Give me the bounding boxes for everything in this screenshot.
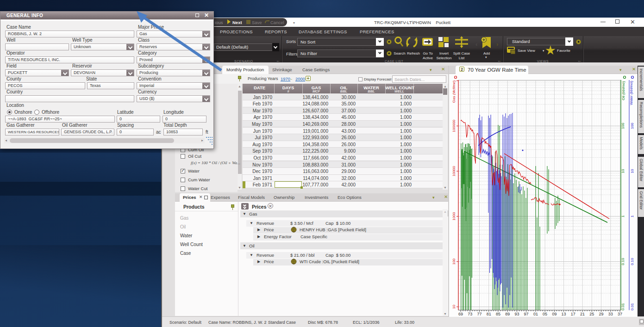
svg-text:33: 33	[608, 312, 613, 316]
svg-text:21: 21	[580, 312, 585, 316]
svg-text:69: 69	[458, 312, 463, 316]
svg-text:100000: 100000	[452, 119, 456, 132]
svg-text:01: 01	[533, 312, 538, 316]
svg-text:100: 100	[621, 123, 625, 129]
svg-text:Oil (bbl/mo): Oil (bbl/mo)	[621, 81, 625, 100]
svg-text:81: 81	[487, 312, 491, 316]
svg-text:77: 77	[477, 312, 481, 316]
svg-text:05: 05	[543, 312, 547, 316]
svg-text:100: 100	[630, 123, 634, 129]
svg-text:13: 13	[562, 312, 566, 316]
svg-text:17: 17	[571, 312, 575, 316]
svg-text:10: 10	[621, 169, 625, 173]
svg-text:73: 73	[468, 312, 472, 316]
svg-text:1: 1	[621, 215, 625, 217]
svg-text:37: 37	[618, 312, 622, 316]
svg-text:10: 10	[630, 169, 634, 173]
svg-text:25: 25	[589, 312, 594, 316]
svg-text:100: 100	[452, 258, 456, 265]
svg-text:93: 93	[514, 312, 519, 316]
svg-text:89: 89	[505, 312, 510, 316]
svg-text:29: 29	[599, 312, 603, 316]
svg-text:0.01: 0.01	[621, 303, 625, 310]
svg-text:1: 1	[630, 215, 634, 217]
svg-text:97: 97	[524, 312, 529, 316]
svg-text:10: 10	[452, 304, 456, 308]
svg-text:1000: 1000	[452, 212, 456, 220]
svg-text:Water (bbl/mo): Water (bbl/mo)	[629, 80, 633, 105]
svg-text:10000: 10000	[452, 166, 456, 176]
svg-text:Gas (Mcf/mo): Gas (Mcf/mo)	[452, 80, 456, 103]
svg-text:85: 85	[496, 312, 500, 316]
svg-text:0.10: 0.10	[630, 258, 634, 265]
svg-text:09: 09	[552, 312, 556, 316]
svg-text:0.01: 0.01	[630, 303, 634, 310]
svg-text:0.10: 0.10	[621, 258, 625, 265]
